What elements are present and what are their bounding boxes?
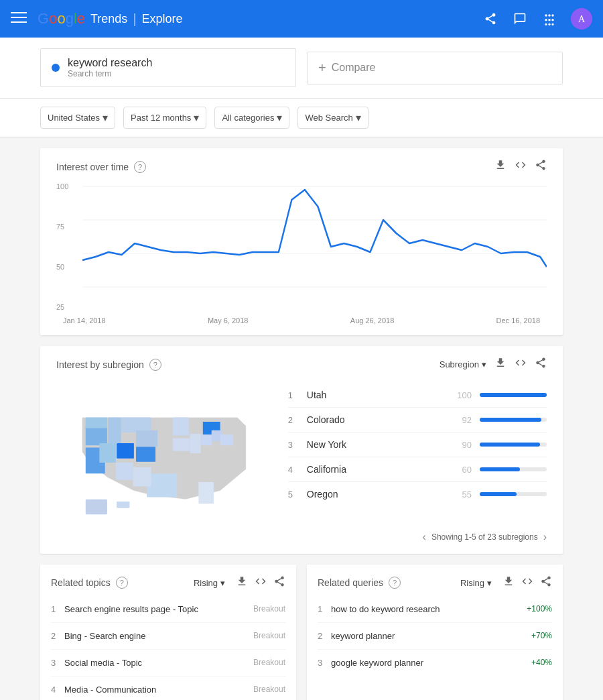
region-item: 4 California 60 (288, 457, 547, 482)
svg-rect-7 (117, 443, 134, 459)
y-axis-labels: 100755025 (56, 180, 68, 314)
card-title-area-subregion: Interest by subregion ? (56, 359, 161, 371)
download-icon[interactable] (494, 159, 507, 174)
queries-help-icon[interactable]: ? (389, 577, 401, 589)
card-actions-time (494, 159, 547, 174)
panel-actions-topics: Rising ▾ (190, 575, 285, 591)
category-chevron-icon: ▾ (277, 111, 282, 124)
pagination-text: Showing 1-5 of 23 subregions (431, 532, 538, 542)
region-chevron-icon: ▾ (103, 111, 108, 124)
category-filter[interactable]: All categories ▾ (214, 107, 289, 129)
subregion-dropdown-chevron: ▾ (482, 359, 486, 369)
region-bar (480, 393, 547, 397)
card-title-area-time: Interest over time ? (56, 161, 146, 173)
topics-help-icon[interactable]: ? (116, 577, 128, 589)
card-header-subregion: Interest by subregion ? Subregion ▾ (56, 357, 547, 372)
share-icon[interactable] (482, 11, 498, 27)
subregion-dropdown[interactable]: Subregion ▾ (440, 359, 486, 369)
interest-over-time-card: Interest over time ? 100755025 (40, 148, 563, 335)
x-label-1: Jan 14, 2018 (63, 316, 106, 325)
svg-rect-23 (198, 482, 214, 504)
header-actions (482, 8, 592, 30)
main-content: Interest over time ? 100755025 (0, 137, 603, 700)
svg-rect-27 (86, 500, 107, 515)
region-list: 1 Utah 100 2 Colorado 92 3 (288, 383, 547, 523)
x-label-3: Aug 26, 2018 (350, 316, 394, 325)
region-item: 1 Utah 100 (288, 383, 547, 408)
topics-embed-icon[interactable] (255, 575, 267, 591)
share-time-icon[interactable] (535, 159, 547, 174)
svg-rect-22 (190, 434, 201, 453)
panel-header-queries: Related queries ? Rising ▾ (318, 575, 552, 591)
search-term-box[interactable]: keyword research Search term (40, 48, 296, 87)
svg-rect-16 (108, 417, 121, 443)
queries-share-icon[interactable] (540, 575, 552, 591)
svg-rect-20 (173, 417, 189, 435)
region-bar-wrap (480, 467, 547, 471)
related-queries-title: Related queries (318, 577, 383, 588)
related-topics-panel: Related topics ? Rising ▾ (40, 565, 296, 700)
time-filter-label: Past 12 months (131, 113, 191, 123)
time-filter[interactable]: Past 12 months ▾ (123, 107, 206, 129)
region-item: 5 Oregon 55 (288, 482, 547, 506)
menu-icon[interactable] (11, 9, 27, 29)
queries-rising-btn[interactable]: Rising ▾ (456, 575, 496, 591)
x-label-2: May 6, 2018 (208, 316, 249, 325)
search-bar-area: keyword research Search term + Compare (0, 38, 603, 99)
compare-box[interactable]: + Compare (307, 52, 563, 84)
apps-grid-icon[interactable] (541, 11, 557, 27)
svg-rect-12 (99, 443, 115, 463)
queries-filter-chevron: ▾ (487, 578, 492, 588)
region-bar (480, 467, 520, 471)
svg-rect-0 (11, 12, 27, 13)
pagination-prev-icon[interactable]: ‹ (423, 531, 426, 543)
svg-rect-11 (86, 417, 107, 428)
panel-title-area-topics: Related topics ? (51, 577, 128, 589)
filter-bar: United States ▾ Past 12 months ▾ All cat… (0, 99, 603, 137)
region-filter[interactable]: United States ▾ (40, 107, 115, 129)
header-logo: Google Trends (38, 10, 127, 27)
region-bar (480, 418, 541, 422)
topics-share-icon[interactable] (273, 575, 285, 591)
svg-rect-8 (136, 447, 155, 462)
svg-rect-19 (133, 467, 151, 487)
header-divider: | (133, 11, 136, 27)
embed-icon[interactable] (515, 159, 527, 174)
region-bar (480, 443, 540, 447)
region-item: 2 Colorado 92 (288, 408, 547, 432)
pagination-next-icon[interactable]: › (543, 531, 547, 543)
compare-text: Compare (332, 62, 376, 74)
feedback-icon[interactable] (512, 11, 528, 27)
topics-download-icon[interactable] (236, 575, 248, 591)
x-label-4: Dec 16, 2018 (496, 316, 540, 325)
list-item: 1 Search engine results page - Topic Bre… (51, 596, 285, 623)
list-item: 4 Media - Communication Breakout (51, 677, 285, 700)
svg-rect-17 (136, 430, 157, 447)
subregion-share-icon[interactable] (535, 357, 547, 372)
search-term-info: keyword research Search term (68, 57, 152, 78)
interest-by-subregion-card: Interest by subregion ? Subregion ▾ (40, 346, 563, 554)
user-avatar[interactable] (571, 8, 592, 30)
region-bar-wrap (480, 418, 547, 422)
subregion-embed-icon[interactable] (515, 357, 527, 372)
search-type-filter[interactable]: Web Search ▾ (297, 107, 368, 129)
svg-rect-15 (121, 417, 151, 432)
list-item: 1 how to do keyword research +100% (318, 596, 552, 623)
svg-rect-14 (147, 473, 177, 497)
region-filter-label: United States (48, 113, 100, 123)
topics-rising-btn[interactable]: Rising ▾ (190, 575, 229, 591)
subregion-help-icon[interactable]: ? (149, 359, 161, 371)
svg-rect-21 (173, 438, 190, 451)
svg-rect-18 (116, 463, 133, 480)
svg-rect-26 (220, 434, 233, 445)
subregion-download-icon[interactable] (494, 357, 507, 372)
search-dot (52, 64, 60, 72)
chart-area: 100755025 (56, 180, 547, 314)
queries-embed-icon[interactable] (521, 575, 533, 591)
queries-download-icon[interactable] (503, 575, 515, 591)
compare-plus-icon: + (318, 60, 326, 76)
google-logo-text: Google (38, 10, 85, 27)
category-filter-label: All categories (222, 113, 274, 123)
interest-time-help-icon[interactable]: ? (134, 161, 146, 173)
topics-filter-chevron: ▾ (220, 578, 225, 588)
